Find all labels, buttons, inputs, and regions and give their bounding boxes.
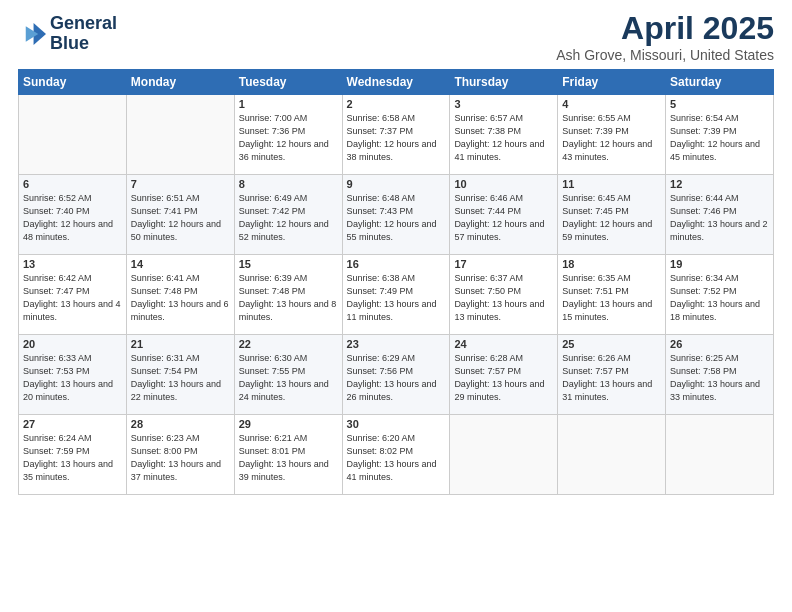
- day-number: 20: [23, 338, 122, 350]
- day-number: 5: [670, 98, 769, 110]
- day-info: Sunrise: 6:39 AM Sunset: 7:48 PM Dayligh…: [239, 272, 338, 324]
- day-number: 2: [347, 98, 446, 110]
- day-number: 25: [562, 338, 661, 350]
- day-info: Sunrise: 6:25 AM Sunset: 7:58 PM Dayligh…: [670, 352, 769, 404]
- day-number: 10: [454, 178, 553, 190]
- calendar-header-cell: Tuesday: [234, 70, 342, 95]
- calendar-week-row: 20Sunrise: 6:33 AM Sunset: 7:53 PM Dayli…: [19, 335, 774, 415]
- calendar-cell: 24Sunrise: 6:28 AM Sunset: 7:57 PM Dayli…: [450, 335, 558, 415]
- day-info: Sunrise: 6:55 AM Sunset: 7:39 PM Dayligh…: [562, 112, 661, 164]
- day-info: Sunrise: 6:26 AM Sunset: 7:57 PM Dayligh…: [562, 352, 661, 404]
- logo-text: General Blue: [50, 14, 117, 54]
- calendar-header-row: SundayMondayTuesdayWednesdayThursdayFrid…: [19, 70, 774, 95]
- calendar-week-row: 1Sunrise: 7:00 AM Sunset: 7:36 PM Daylig…: [19, 95, 774, 175]
- day-info: Sunrise: 6:24 AM Sunset: 7:59 PM Dayligh…: [23, 432, 122, 484]
- calendar-cell: 28Sunrise: 6:23 AM Sunset: 8:00 PM Dayli…: [126, 415, 234, 495]
- calendar-header-cell: Thursday: [450, 70, 558, 95]
- calendar-cell: 2Sunrise: 6:58 AM Sunset: 7:37 PM Daylig…: [342, 95, 450, 175]
- day-info: Sunrise: 6:33 AM Sunset: 7:53 PM Dayligh…: [23, 352, 122, 404]
- day-info: Sunrise: 6:44 AM Sunset: 7:46 PM Dayligh…: [670, 192, 769, 244]
- day-info: Sunrise: 6:52 AM Sunset: 7:40 PM Dayligh…: [23, 192, 122, 244]
- day-info: Sunrise: 6:57 AM Sunset: 7:38 PM Dayligh…: [454, 112, 553, 164]
- calendar-cell: 9Sunrise: 6:48 AM Sunset: 7:43 PM Daylig…: [342, 175, 450, 255]
- day-info: Sunrise: 6:54 AM Sunset: 7:39 PM Dayligh…: [670, 112, 769, 164]
- calendar-cell: 14Sunrise: 6:41 AM Sunset: 7:48 PM Dayli…: [126, 255, 234, 335]
- calendar-cell: 22Sunrise: 6:30 AM Sunset: 7:55 PM Dayli…: [234, 335, 342, 415]
- calendar-cell: 4Sunrise: 6:55 AM Sunset: 7:39 PM Daylig…: [558, 95, 666, 175]
- day-number: 17: [454, 258, 553, 270]
- calendar-cell: 5Sunrise: 6:54 AM Sunset: 7:39 PM Daylig…: [666, 95, 774, 175]
- day-info: Sunrise: 6:23 AM Sunset: 8:00 PM Dayligh…: [131, 432, 230, 484]
- day-number: 3: [454, 98, 553, 110]
- logo-icon: [18, 20, 46, 48]
- day-number: 15: [239, 258, 338, 270]
- day-info: Sunrise: 6:28 AM Sunset: 7:57 PM Dayligh…: [454, 352, 553, 404]
- calendar-cell: 6Sunrise: 6:52 AM Sunset: 7:40 PM Daylig…: [19, 175, 127, 255]
- calendar-cell: 27Sunrise: 6:24 AM Sunset: 7:59 PM Dayli…: [19, 415, 127, 495]
- calendar-cell: 12Sunrise: 6:44 AM Sunset: 7:46 PM Dayli…: [666, 175, 774, 255]
- calendar-cell: 23Sunrise: 6:29 AM Sunset: 7:56 PM Dayli…: [342, 335, 450, 415]
- calendar-cell: 15Sunrise: 6:39 AM Sunset: 7:48 PM Dayli…: [234, 255, 342, 335]
- calendar-cell: [666, 415, 774, 495]
- calendar-cell: 25Sunrise: 6:26 AM Sunset: 7:57 PM Dayli…: [558, 335, 666, 415]
- header: General Blue April 2025 Ash Grove, Misso…: [18, 10, 774, 63]
- calendar-cell: 17Sunrise: 6:37 AM Sunset: 7:50 PM Dayli…: [450, 255, 558, 335]
- day-info: Sunrise: 7:00 AM Sunset: 7:36 PM Dayligh…: [239, 112, 338, 164]
- calendar-cell: 7Sunrise: 6:51 AM Sunset: 7:41 PM Daylig…: [126, 175, 234, 255]
- calendar-week-row: 13Sunrise: 6:42 AM Sunset: 7:47 PM Dayli…: [19, 255, 774, 335]
- day-info: Sunrise: 6:35 AM Sunset: 7:51 PM Dayligh…: [562, 272, 661, 324]
- day-number: 23: [347, 338, 446, 350]
- day-number: 30: [347, 418, 446, 430]
- day-number: 9: [347, 178, 446, 190]
- calendar-cell: 16Sunrise: 6:38 AM Sunset: 7:49 PM Dayli…: [342, 255, 450, 335]
- calendar-cell: 26Sunrise: 6:25 AM Sunset: 7:58 PM Dayli…: [666, 335, 774, 415]
- day-number: 13: [23, 258, 122, 270]
- day-info: Sunrise: 6:29 AM Sunset: 7:56 PM Dayligh…: [347, 352, 446, 404]
- day-number: 16: [347, 258, 446, 270]
- day-number: 11: [562, 178, 661, 190]
- day-number: 29: [239, 418, 338, 430]
- calendar-cell: 11Sunrise: 6:45 AM Sunset: 7:45 PM Dayli…: [558, 175, 666, 255]
- day-info: Sunrise: 6:42 AM Sunset: 7:47 PM Dayligh…: [23, 272, 122, 324]
- logo-line1: General: [50, 14, 117, 34]
- day-info: Sunrise: 6:34 AM Sunset: 7:52 PM Dayligh…: [670, 272, 769, 324]
- calendar-body: 1Sunrise: 7:00 AM Sunset: 7:36 PM Daylig…: [19, 95, 774, 495]
- calendar-cell: 29Sunrise: 6:21 AM Sunset: 8:01 PM Dayli…: [234, 415, 342, 495]
- calendar-week-row: 6Sunrise: 6:52 AM Sunset: 7:40 PM Daylig…: [19, 175, 774, 255]
- day-number: 4: [562, 98, 661, 110]
- day-info: Sunrise: 6:45 AM Sunset: 7:45 PM Dayligh…: [562, 192, 661, 244]
- day-info: Sunrise: 6:38 AM Sunset: 7:49 PM Dayligh…: [347, 272, 446, 324]
- day-number: 14: [131, 258, 230, 270]
- calendar-header-cell: Friday: [558, 70, 666, 95]
- calendar-cell: 8Sunrise: 6:49 AM Sunset: 7:42 PM Daylig…: [234, 175, 342, 255]
- day-info: Sunrise: 6:20 AM Sunset: 8:02 PM Dayligh…: [347, 432, 446, 484]
- day-info: Sunrise: 6:30 AM Sunset: 7:55 PM Dayligh…: [239, 352, 338, 404]
- day-number: 18: [562, 258, 661, 270]
- calendar-cell: 21Sunrise: 6:31 AM Sunset: 7:54 PM Dayli…: [126, 335, 234, 415]
- day-info: Sunrise: 6:46 AM Sunset: 7:44 PM Dayligh…: [454, 192, 553, 244]
- day-number: 6: [23, 178, 122, 190]
- subtitle: Ash Grove, Missouri, United States: [556, 47, 774, 63]
- day-number: 19: [670, 258, 769, 270]
- day-info: Sunrise: 6:21 AM Sunset: 8:01 PM Dayligh…: [239, 432, 338, 484]
- day-number: 24: [454, 338, 553, 350]
- calendar-cell: 1Sunrise: 7:00 AM Sunset: 7:36 PM Daylig…: [234, 95, 342, 175]
- calendar-table: SundayMondayTuesdayWednesdayThursdayFrid…: [18, 69, 774, 495]
- day-info: Sunrise: 6:31 AM Sunset: 7:54 PM Dayligh…: [131, 352, 230, 404]
- day-info: Sunrise: 6:48 AM Sunset: 7:43 PM Dayligh…: [347, 192, 446, 244]
- title-block: April 2025 Ash Grove, Missouri, United S…: [556, 10, 774, 63]
- calendar-cell: 3Sunrise: 6:57 AM Sunset: 7:38 PM Daylig…: [450, 95, 558, 175]
- day-number: 21: [131, 338, 230, 350]
- calendar-header-cell: Saturday: [666, 70, 774, 95]
- day-number: 12: [670, 178, 769, 190]
- day-number: 22: [239, 338, 338, 350]
- day-number: 27: [23, 418, 122, 430]
- day-info: Sunrise: 6:49 AM Sunset: 7:42 PM Dayligh…: [239, 192, 338, 244]
- day-number: 28: [131, 418, 230, 430]
- calendar-header-cell: Monday: [126, 70, 234, 95]
- day-number: 26: [670, 338, 769, 350]
- day-info: Sunrise: 6:51 AM Sunset: 7:41 PM Dayligh…: [131, 192, 230, 244]
- calendar-cell: 20Sunrise: 6:33 AM Sunset: 7:53 PM Dayli…: [19, 335, 127, 415]
- day-number: 1: [239, 98, 338, 110]
- calendar-header-cell: Wednesday: [342, 70, 450, 95]
